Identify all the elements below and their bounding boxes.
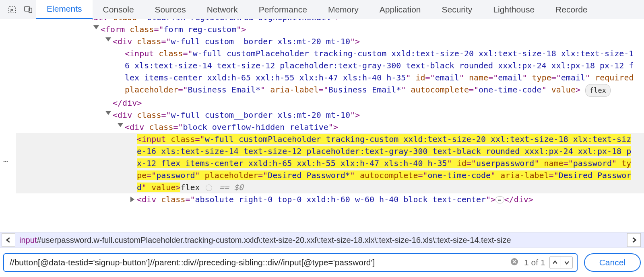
tab-memory[interactable]: Memory (318, 0, 369, 19)
expand-toggle-icon[interactable] (105, 111, 111, 115)
expand-toggle-icon[interactable] (105, 37, 111, 41)
breadcrumb: input#userpassword.w-full.customPlacehol… (0, 232, 644, 248)
search-query[interactable]: //button[@data-testid='signup-button']//… (10, 258, 507, 267)
tab-sources[interactable]: Sources (144, 0, 196, 19)
expand-toggle-icon[interactable] (93, 25, 99, 29)
tab-network[interactable]: Network (196, 0, 248, 19)
breadcrumb-scroll-left[interactable] (2, 233, 15, 247)
search-bar: //button[@data-testid='signup-button']//… (0, 248, 644, 277)
gutter: ⋯ (0, 19, 16, 232)
breadcrumb-path[interactable]: input#userpassword.w-full.customPlacehol… (17, 236, 644, 245)
search-stepper (549, 256, 573, 269)
gutter-marker-icon: ⋯ (3, 155, 8, 167)
breadcrumb-scroll-right[interactable] (627, 233, 641, 247)
collapsed-content-icon[interactable] (495, 196, 504, 203)
tab-performance[interactable]: Performance (248, 0, 318, 19)
tab-elements[interactable]: Elements (36, 0, 93, 19)
tab-lighthouse[interactable]: Lighthouse (483, 0, 545, 19)
elements-panel: ⋯ <div class="clearfix registeraArea sig… (0, 19, 644, 232)
selected-node-marker: == $0 (219, 183, 244, 192)
expand-toggle-icon[interactable] (118, 123, 123, 127)
tab-recorder[interactable]: Recorde (545, 0, 598, 19)
devtools-tabbar: Elements Console Sources Network Perform… (0, 0, 644, 19)
device-toolbar-icon[interactable] (20, 2, 36, 18)
clear-search-icon[interactable] (510, 258, 518, 268)
tab-application[interactable]: Application (369, 0, 431, 19)
search-input[interactable]: //button[@data-testid='signup-button']//… (3, 253, 578, 272)
search-next-button[interactable] (561, 256, 572, 269)
flex-badge[interactable]: flex (585, 84, 611, 97)
adorner-icon[interactable] (206, 185, 212, 191)
expand-toggle-icon[interactable] (130, 197, 134, 202)
search-prev-button[interactable] (550, 256, 561, 269)
dom-tree[interactable]: <div class="clearfix registeraArea signU… (16, 19, 644, 232)
tab-security[interactable]: Security (431, 0, 483, 19)
cancel-button[interactable]: Cancel (584, 253, 641, 272)
search-count: 1 of 1 (524, 258, 545, 267)
inspect-icon[interactable] (4, 2, 20, 18)
tab-console[interactable]: Console (93, 0, 144, 19)
